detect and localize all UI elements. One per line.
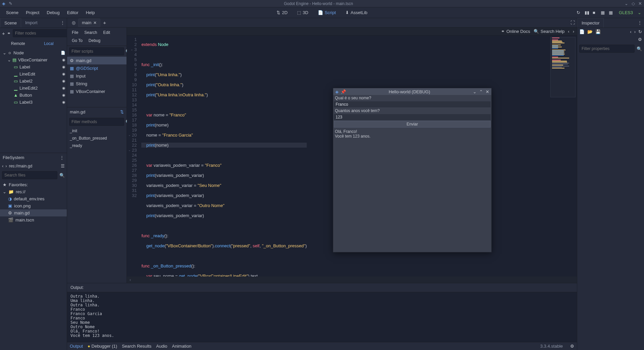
fs-favorites[interactable]: ★ Favorites: <box>0 181 67 188</box>
pause-icon[interactable]: ▮▮ <box>585 10 590 15</box>
minimap[interactable] <box>550 37 576 97</box>
pin-icon[interactable]: ✎ <box>9 1 12 6</box>
view-2d[interactable]: ⇅2D <box>274 9 290 16</box>
script-menu-search[interactable]: Search <box>82 29 100 36</box>
script-menu-debug[interactable]: Debug <box>86 37 103 44</box>
renderer-badge[interactable]: GLES3 <box>617 9 635 16</box>
menu-scene[interactable]: Scene <box>3 8 22 17</box>
node-vbox[interactable]: ⌄ ▤ VBoxContainer ◉ <box>0 56 67 63</box>
script-item-vbox[interactable]: ▦VBoxContainer <box>67 88 127 95</box>
online-docs-button[interactable]: ⚭Online Docs <box>501 29 530 34</box>
inspector-filter-input[interactable] <box>579 45 635 53</box>
tab-inspector[interactable]: Inspector <box>577 18 604 28</box>
view-assetlib[interactable]: ⬇AssetLib <box>343 9 370 16</box>
search-help-button[interactable]: 🔍Search Help <box>534 29 565 34</box>
node-lineedit2[interactable]: ▁ LineEdit2 ◉ <box>0 85 67 92</box>
fold-indicator[interactable]: ‹ <box>127 277 577 283</box>
load-resource-icon[interactable]: 📂 <box>587 29 593 34</box>
debug-input-name[interactable] <box>334 101 491 107</box>
node-button[interactable]: ▲ Button ◉ <box>0 92 67 99</box>
view-3d[interactable]: ⬚3D <box>294 9 311 16</box>
link-icon[interactable]: ⚭ <box>7 31 11 36</box>
nav-back-icon[interactable]: ‹ <box>568 29 569 34</box>
close-icon[interactable]: ✕ <box>638 1 642 6</box>
script-item-input[interactable]: ▦Input <box>67 72 127 80</box>
method-on-button[interactable]: _on_Button_pressed <box>67 135 127 142</box>
visibility-icon[interactable]: ◉ <box>62 72 65 76</box>
output-body[interactable]: Outra linha. Uma linha. Outra linha. Fra… <box>67 292 577 342</box>
add-tab-icon[interactable]: + <box>100 20 109 26</box>
renderer-chevron-icon[interactable]: ⌄ <box>638 10 641 15</box>
debug-input-age[interactable] <box>334 114 491 120</box>
visibility-icon[interactable]: ◉ <box>62 86 65 90</box>
visibility-icon[interactable]: ◉ <box>62 79 65 83</box>
play-scene-icon[interactable]: ▦ <box>601 10 606 15</box>
settings-icon[interactable]: ⚙ <box>567 344 574 349</box>
method-init[interactable]: _init <box>67 127 127 135</box>
tab-close-icon[interactable]: ✕ <box>93 20 97 25</box>
node-lineedit[interactable]: ▁ LineEdit ◉ <box>0 70 67 78</box>
dock-menu-icon[interactable]: ⋮ <box>58 18 67 28</box>
menu-editor[interactable]: Editor <box>64 8 82 17</box>
fs-back-icon[interactable]: ‹ <box>2 163 3 168</box>
fs-search-input[interactable] <box>2 171 57 179</box>
script-item-string[interactable]: ▦String <box>67 80 127 88</box>
history-icon[interactable]: ↻ <box>638 29 642 34</box>
stop-icon[interactable]: ■ <box>593 10 598 15</box>
sort-icon[interactable]: ⇅ <box>120 109 124 114</box>
search-icon[interactable]: 🔍 <box>59 173 65 178</box>
history-back-icon[interactable]: ‹ <box>630 29 631 34</box>
bottomtab-debugger[interactable]: ● Debugger (1) <box>88 344 117 349</box>
tab-scene[interactable]: Scene <box>0 18 21 28</box>
visibility-icon[interactable]: ◉ <box>62 58 65 62</box>
view-script[interactable]: 📄Script <box>315 9 339 16</box>
node-label2[interactable]: ▭ Label2 ◉ <box>0 78 67 85</box>
subtab-remote[interactable]: Remote <box>3 40 34 47</box>
node-label[interactable]: ▭ Label ◉ <box>0 63 67 70</box>
node-root[interactable]: ⌄ ○ Node 📄 <box>0 49 67 56</box>
fs-view-icon[interactable]: ☰ <box>61 163 65 168</box>
script-menu-edit[interactable]: Edit <box>100 29 113 36</box>
script-item-gdscript[interactable]: ▦@GDScript <box>67 64 127 72</box>
fs-file-env[interactable]: ◑ default_env.tres <box>0 195 67 202</box>
tab-import[interactable]: Import <box>21 18 42 28</box>
scene-list-icon[interactable]: ◎ <box>69 20 78 25</box>
search-icon[interactable]: 🔍 <box>637 46 642 51</box>
visibility-icon[interactable]: ◉ <box>62 93 65 97</box>
visibility-icon[interactable]: ◉ <box>62 100 65 104</box>
history-fwd-icon[interactable]: › <box>634 29 636 34</box>
fullscreen-icon[interactable]: ⛶ <box>571 20 575 25</box>
bottomtab-output[interactable]: Output <box>70 344 83 349</box>
fs-fwd-icon[interactable]: › <box>5 163 7 168</box>
menu-debug[interactable]: Debug <box>43 8 63 17</box>
dock-menu-icon[interactable]: ⋮ <box>636 18 644 28</box>
menu-project[interactable]: Project <box>22 8 43 17</box>
bottomtab-search[interactable]: Search Results <box>122 344 151 349</box>
add-node-icon[interactable]: + <box>2 31 5 36</box>
script-menu-goto[interactable]: Go To <box>69 37 85 44</box>
menu-help[interactable]: Help <box>83 8 98 17</box>
debug-send-button[interactable]: Enviar <box>334 121 491 128</box>
play-custom-icon[interactable]: ▦ <box>609 10 614 15</box>
caret-icon[interactable]: ⌄ <box>7 57 11 62</box>
nav-fwd-icon[interactable]: › <box>573 29 574 34</box>
methods-filter-input[interactable] <box>69 118 124 126</box>
visibility-icon[interactable]: ◉ <box>62 65 65 69</box>
scene-tab-main[interactable]: main ✕ <box>78 18 100 27</box>
debug-max-icon[interactable]: ⌃ <box>479 89 483 94</box>
fs-file-maintscn[interactable]: 🎬 main.tscn <box>0 216 67 223</box>
script-item-maingd[interactable]: ⚙main.gd <box>67 57 127 64</box>
script-attach-icon[interactable]: 📄 <box>61 51 65 55</box>
bottomtab-animation[interactable]: Animation <box>172 344 192 349</box>
inspector-settings-icon[interactable]: ⚙ <box>638 37 642 42</box>
debug-pin-icon[interactable]: 📌 <box>339 89 346 94</box>
fs-file-icon[interactable]: ▣ icon.png <box>0 202 67 209</box>
new-resource-icon[interactable]: 📄 <box>579 29 585 34</box>
caret-icon[interactable]: ⌄ <box>3 189 6 194</box>
node-label3[interactable]: ▭ Label3 ◉ <box>0 99 67 106</box>
maximize-icon[interactable]: ◇ <box>632 1 635 6</box>
debug-min-icon[interactable]: ⌄ <box>473 89 477 94</box>
subtab-local[interactable]: Local <box>34 40 64 47</box>
method-ready[interactable]: _ready <box>67 142 127 149</box>
debug-close-icon[interactable]: ✕ <box>486 89 489 94</box>
